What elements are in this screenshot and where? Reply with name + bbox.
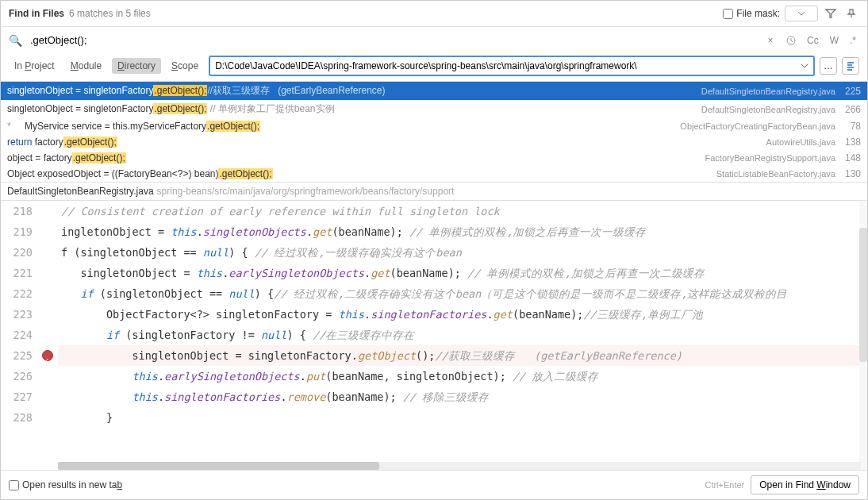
code-line: if (singletonFactory != null) { //在三级缓存中…	[58, 325, 867, 345]
code-line: ObjectFactory<?> singletonFactory = this…	[58, 304, 867, 325]
scope-directory[interactable]: Directory	[112, 58, 161, 74]
result-row[interactable]: Object exposedObject = ((FactoryBean<?>)…	[1, 166, 867, 182]
directory-input[interactable]	[215, 60, 797, 71]
result-line: 266	[839, 104, 861, 115]
result-filename: StaticListableBeanFactory.java	[716, 169, 835, 179]
result-row[interactable]: object = factory.getObject();FactoryBean…	[1, 150, 867, 166]
code-line: // Consistent creation of early referenc…	[58, 201, 867, 221]
header-bar: Find in Files 6 matches in 5 files File …	[1, 1, 867, 27]
code-line: f (singletonObject == null) { // 经过双检,一级…	[58, 242, 867, 263]
breadcrumb-file: DefaultSingletonBeanRegistry.java	[7, 186, 154, 197]
title: Find in Files	[9, 8, 64, 19]
recursive-toggle[interactable]	[842, 57, 859, 75]
regex-toggle[interactable]: .*	[847, 33, 859, 48]
search-input[interactable]	[27, 31, 758, 49]
file-mask-check[interactable]	[723, 9, 733, 19]
open-in-window-button[interactable]: Open in Find Window	[751, 475, 859, 494]
directory-input-box	[209, 56, 815, 76]
history-icon[interactable]	[783, 33, 799, 48]
code-line: }	[58, 407, 867, 428]
result-filename: AutowireUtils.java	[766, 137, 835, 147]
result-filename: FactoryBeanRegistrySupport.java	[705, 153, 835, 163]
result-row[interactable]: * MyService service = this.myServiceFact…	[1, 118, 867, 134]
result-row[interactable]: return factory.getObject();AutowireUtils…	[1, 134, 867, 150]
result-line: 78	[839, 121, 861, 132]
scrollbar-vertical[interactable]	[859, 201, 867, 470]
words-toggle[interactable]: W	[827, 33, 842, 48]
new-tab-check[interactable]	[9, 480, 19, 490]
code-preview: 218219220221222223224225226227228 // Con…	[1, 201, 867, 470]
file-mask-checkbox[interactable]: File mask:	[723, 8, 780, 19]
clear-icon[interactable]: ×	[762, 33, 778, 48]
filter-icon[interactable]	[823, 6, 839, 21]
result-line: 130	[839, 168, 861, 179]
file-mask-dropdown[interactable]	[785, 6, 818, 21]
match-count: 6 matches in 5 files	[69, 8, 151, 19]
breakpoint-gutter[interactable]	[39, 201, 58, 470]
scope-module[interactable]: Module	[65, 58, 107, 74]
result-filename: DefaultSingletonBeanRegistry.java	[701, 105, 835, 114]
code-line: singletonObject = singletonFactory.getOb…	[58, 345, 867, 366]
gutter: 218219220221222223224225226227228	[1, 201, 39, 470]
result-line: 138	[839, 137, 861, 148]
chevron-down-icon	[798, 12, 805, 16]
result-row[interactable]: singletonObject = singletonFactory.getOb…	[1, 100, 867, 118]
search-icon: 🔍	[9, 34, 22, 47]
breakpoint-icon[interactable]	[42, 350, 53, 361]
browse-button[interactable]: …	[820, 57, 837, 75]
new-tab-label: Open results in new tab	[22, 479, 122, 490]
scope-project[interactable]: In Project	[9, 58, 60, 74]
code-line: if (singletonObject == null) {// 经过双检,二级…	[58, 283, 867, 304]
search-row: 🔍 × Cc W .*	[1, 27, 867, 53]
case-toggle[interactable]: Cc	[804, 33, 822, 48]
result-row[interactable]: singletonObject = singletonFactory.getOb…	[1, 82, 867, 100]
scrollbar-horizontal[interactable]	[58, 462, 861, 470]
code-line: ingletonObject = this.singletonObjects.g…	[58, 221, 867, 242]
open-new-tab-checkbox[interactable]: Open results in new tab	[9, 479, 122, 490]
code-line: singletonObject = this.earlySingletonObj…	[58, 263, 867, 283]
dir-dropdown-icon[interactable]	[797, 59, 812, 73]
code-line: this.earlySingletonObjects.put(beanName,…	[58, 366, 867, 387]
pin-icon[interactable]	[843, 6, 859, 21]
shortcut-hint: Ctrl+Enter	[705, 480, 744, 490]
code-line: this.singletonFactories.remove(beanName)…	[58, 387, 867, 407]
result-filename: DefaultSingletonBeanRegistry.java	[701, 87, 835, 96]
scope-scope[interactable]: Scope	[166, 58, 204, 74]
results-list: singletonObject = singletonFactory.getOb…	[1, 82, 867, 182]
breadcrumb-path: spring-beans/src/main/java/org/springfra…	[157, 186, 455, 197]
code-lines: // Consistent creation of early referenc…	[58, 201, 867, 470]
result-line: 225	[839, 86, 861, 97]
result-line: 148	[839, 152, 861, 163]
scope-row: In Project Module Directory Scope …	[1, 53, 867, 82]
result-filename: ObjectFactoryCreatingFactoryBean.java	[680, 121, 835, 131]
footer: Open results in new tab Ctrl+Enter Open …	[1, 470, 867, 499]
breadcrumb: DefaultSingletonBeanRegistry.java spring…	[1, 182, 867, 201]
